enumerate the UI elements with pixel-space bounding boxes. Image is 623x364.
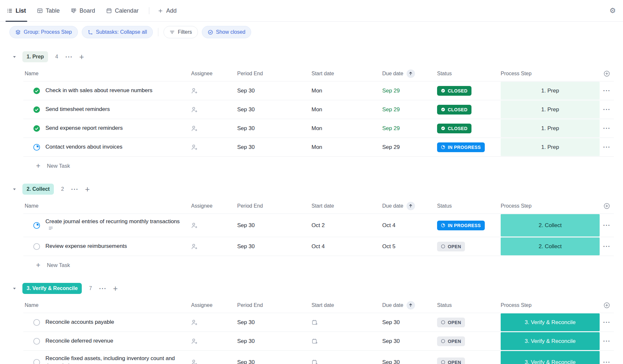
sort-ascending-icon[interactable] (407, 202, 415, 210)
due-date[interactable]: Oct 5 (382, 243, 437, 250)
sort-ascending-icon[interactable] (407, 301, 415, 309)
task-name[interactable]: Reconcile deferred revenue (45, 338, 113, 344)
task-status-toggle[interactable] (33, 319, 40, 326)
process-step-cell[interactable]: 3. Verify & Reconcile (501, 351, 600, 364)
status-badge[interactable]: IN PROGRESS (437, 142, 485, 152)
subtasks-pill[interactable]: Subtasks: Collapse all (82, 26, 153, 38)
status-badge[interactable]: OPEN (437, 358, 465, 364)
period-end[interactable]: Sep 30 (237, 88, 312, 94)
period-end[interactable]: Sep 30 (237, 359, 312, 364)
task-row[interactable]: Create journal entries of recurring mont… (23, 214, 614, 237)
new-task-button[interactable]: + New Task (23, 256, 614, 274)
due-date[interactable]: Sep 30 (382, 338, 437, 345)
tab-list[interactable]: List (6, 0, 27, 21)
column-header-status[interactable]: Status (437, 71, 452, 77)
add-assignee-icon[interactable] (191, 125, 237, 132)
new-task-button[interactable]: + New Task (23, 157, 614, 175)
period-end[interactable]: Sep 30 (237, 106, 312, 113)
task-status-toggle[interactable] (33, 144, 40, 151)
calendar-add-icon[interactable] (312, 359, 382, 364)
column-header-assignee[interactable]: Assignee (191, 302, 213, 308)
column-header-due-date[interactable]: Due date (382, 203, 403, 209)
row-menu-icon[interactable]: ··· (600, 243, 614, 250)
group-add-task-icon[interactable]: + (113, 285, 118, 293)
process-step-cell[interactable]: 1. Prep (501, 82, 600, 100)
column-header-due-date[interactable]: Due date (382, 302, 403, 308)
collapse-caret-icon[interactable] (12, 55, 17, 59)
task-status-toggle[interactable] (33, 243, 40, 250)
status-badge[interactable]: OPEN (437, 242, 465, 251)
row-menu-icon[interactable]: ··· (600, 337, 614, 345)
status-badge[interactable]: CLOSED (437, 124, 471, 133)
start-date[interactable]: Mon (312, 106, 322, 113)
add-assignee-icon[interactable] (191, 338, 237, 345)
row-menu-icon[interactable]: ··· (600, 319, 614, 326)
sort-ascending-icon[interactable] (407, 69, 415, 78)
group-add-task-icon[interactable]: + (79, 53, 84, 61)
collapse-caret-icon[interactable] (12, 286, 17, 291)
settings-gear-icon[interactable]: ⚙ (609, 7, 616, 14)
column-header-process-step[interactable]: Process Step (501, 71, 531, 77)
status-badge[interactable]: OPEN (437, 336, 465, 346)
group-by-pill[interactable]: Group: Process Step (9, 26, 78, 38)
start-date[interactable]: Mon (312, 144, 322, 150)
process-step-cell[interactable]: 2. Collect (501, 214, 600, 237)
collapse-caret-icon[interactable] (12, 187, 17, 191)
add-assignee-icon[interactable] (191, 319, 237, 326)
group-add-task-icon[interactable]: + (85, 185, 90, 193)
task-name[interactable]: Review expense reimbursements (45, 243, 127, 249)
due-date[interactable]: Sep 29 (382, 106, 437, 113)
task-row[interactable]: Contact vendors about invoices Sep 30 Mo… (23, 138, 614, 157)
column-header-process-step[interactable]: Process Step (501, 203, 531, 209)
task-status-toggle[interactable] (33, 338, 40, 345)
start-date[interactable]: Oct 4 (312, 243, 325, 249)
period-end[interactable]: Sep 30 (237, 144, 312, 151)
row-menu-icon[interactable]: ··· (600, 143, 614, 151)
row-menu-icon[interactable]: ··· (600, 87, 614, 94)
tab-calendar[interactable]: Calendar (105, 0, 140, 21)
group-badge[interactable]: 1. Prep (22, 51, 48, 62)
task-row[interactable]: Review expense reimbursements Sep 30 Oct… (23, 237, 614, 256)
column-header-assignee[interactable]: Assignee (191, 71, 213, 77)
task-row[interactable]: Reconcile accounts payable Sep 30 Sep 30… (23, 313, 614, 332)
task-row[interactable]: Check in with sales about revenue number… (23, 81, 614, 100)
due-date[interactable]: Sep 29 (382, 125, 437, 132)
row-menu-icon[interactable]: ··· (600, 358, 614, 364)
process-step-cell[interactable]: 1. Prep (501, 101, 600, 118)
status-badge[interactable]: CLOSED (437, 86, 471, 96)
calendar-add-icon[interactable] (312, 338, 382, 345)
add-assignee-icon[interactable] (191, 88, 237, 94)
task-row[interactable]: Send expense report reminders Sep 30 Mon… (23, 119, 614, 138)
group-badge[interactable]: 2. Collect (22, 184, 54, 195)
task-name[interactable]: Send expense report reminders (45, 125, 123, 131)
due-date[interactable]: Sep 30 (382, 319, 437, 326)
task-status-toggle[interactable] (33, 87, 40, 94)
row-menu-icon[interactable]: ··· (600, 106, 614, 113)
column-header-due-date[interactable]: Due date (382, 71, 403, 77)
column-header-status[interactable]: Status (437, 302, 452, 308)
group-menu-icon[interactable]: ··· (99, 285, 106, 292)
task-row[interactable]: Send timesheet reminders Sep 30 Mon Sep … (23, 100, 614, 119)
add-assignee-icon[interactable] (191, 243, 237, 250)
task-status-toggle[interactable] (33, 222, 40, 229)
row-menu-icon[interactable]: ··· (600, 125, 614, 132)
column-header-name[interactable]: Name (25, 203, 39, 209)
column-header-start-date[interactable]: Start date (312, 203, 334, 209)
task-row[interactable]: Reconcile deferred revenue Sep 30 Sep 30… (23, 332, 614, 351)
column-header-assignee[interactable]: Assignee (191, 203, 213, 209)
column-header-period-end[interactable]: Period End (237, 302, 263, 308)
add-assignee-icon[interactable] (191, 106, 237, 113)
task-name[interactable]: Contact vendors about invoices (45, 144, 122, 150)
group-badge[interactable]: 3. Verify & Reconcile (22, 283, 82, 294)
task-name[interactable]: Check in with sales about revenue number… (45, 87, 153, 93)
add-column-icon[interactable] (604, 302, 610, 309)
due-date[interactable]: Sep 29 (382, 144, 437, 151)
column-header-period-end[interactable]: Period End (237, 203, 263, 209)
process-step-cell[interactable]: 1. Prep (501, 119, 600, 137)
task-row[interactable]: Reconcile fixed assets, including invent… (23, 351, 614, 364)
add-view-button[interactable]: Add (156, 0, 178, 21)
add-column-icon[interactable] (604, 203, 610, 209)
status-badge[interactable]: CLOSED (437, 105, 471, 115)
task-status-toggle[interactable] (33, 359, 40, 364)
tab-board[interactable]: Board (69, 0, 96, 21)
